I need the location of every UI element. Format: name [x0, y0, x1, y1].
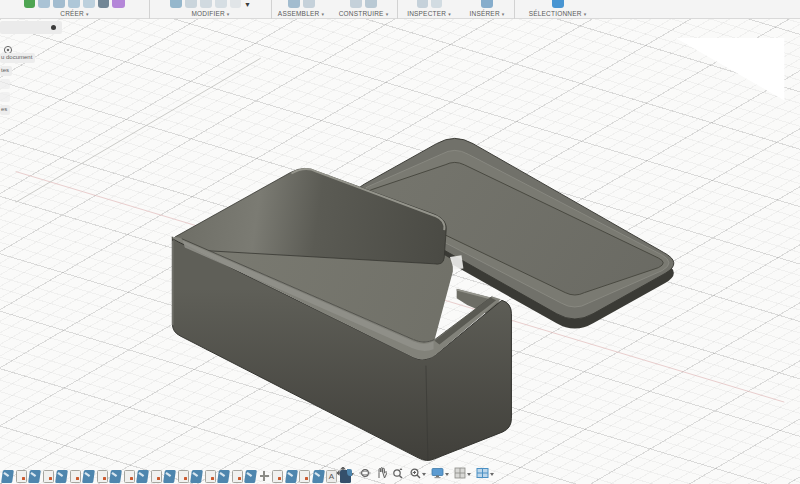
grid-settings-button[interactable] [453, 464, 472, 484]
tool-icon[interactable] [481, 0, 493, 8]
timeline-feature-icon[interactable] [43, 470, 54, 483]
toolbar-group-label[interactable]: CRÉER ▾ [60, 9, 88, 19]
browser-tree-item[interactable] [0, 79, 10, 89]
chevron-down-icon: ▾ [448, 11, 451, 17]
chevron-down-icon[interactable] [490, 473, 494, 476]
toolbar-group-label[interactable]: SÉLECTIONNER ▾ [529, 9, 587, 19]
toolbar-group-icons [330, 0, 397, 9]
timeline-sketch-icon[interactable] [285, 470, 298, 483]
toolbar-group-construire[interactable]: CONSTRUIRE ▾ [330, 0, 398, 19]
tool-icon[interactable] [350, 0, 362, 8]
chevron-down-icon: ▾ [227, 11, 230, 17]
pan-hand-button[interactable] [375, 464, 388, 484]
tool-icon[interactable] [230, 0, 241, 8]
document-settings-icon[interactable] [3, 41, 13, 51]
timeline-sketch-icon[interactable] [109, 470, 122, 483]
timeline-feature-icon[interactable] [124, 470, 135, 483]
timeline-move-icon[interactable] [259, 470, 270, 483]
timeline-sketch-icon[interactable] [1, 470, 14, 483]
zoom-icon [392, 465, 404, 483]
dropdown-arrow-icon[interactable]: ▼ [244, 0, 251, 9]
toolbar-group-assembler[interactable]: ASSEMBLER ▾ [272, 0, 330, 19]
fit-icon [409, 465, 421, 483]
display-settings-button[interactable] [430, 464, 450, 484]
timeline-feature-icon[interactable] [232, 470, 243, 483]
tool-icon[interactable] [38, 0, 50, 8]
timeline-feature-icon[interactable] [272, 470, 283, 483]
model-scene[interactable] [0, 38, 800, 484]
tool-icon[interactable] [215, 0, 227, 8]
timeline-sketch-icon[interactable] [190, 470, 203, 483]
tool-icon[interactable] [200, 0, 212, 8]
timeline-sketch-icon[interactable] [82, 470, 95, 483]
tool-icon[interactable] [170, 0, 182, 8]
chevron-down-icon: ▾ [502, 11, 505, 17]
chevron-down-icon: ▾ [86, 11, 89, 17]
tool-icon[interactable] [98, 0, 109, 8]
tool-icon[interactable] [185, 0, 197, 8]
timeline-feature-icon[interactable] [299, 470, 310, 483]
chevron-down-icon: ▾ [321, 11, 324, 17]
zoom-button[interactable] [391, 464, 405, 484]
tool-icon[interactable] [288, 0, 300, 8]
toolbar-group-selectionner[interactable]: SÉLECTIONNER ▾ [515, 0, 600, 19]
toolbar-group-icons [0, 0, 149, 9]
chevron-down-icon[interactable] [422, 473, 426, 476]
search-clear-icon[interactable] [51, 25, 56, 30]
tool-icon[interactable] [53, 0, 65, 8]
toolbar-group-label[interactable]: MODIFIER ▾ [191, 9, 229, 19]
tool-icon[interactable] [552, 0, 564, 8]
timeline-sketch-icon[interactable] [55, 470, 68, 483]
toolbar-group-inspecter[interactable]: INSPECTER ▾ [398, 0, 460, 19]
timeline-feature-icon[interactable] [151, 470, 162, 483]
chevron-down-icon[interactable] [467, 473, 471, 476]
timeline-text-icon[interactable]: A [326, 470, 337, 483]
toolbar-group-modifier[interactable]: ▼MODIFIER ▾ [150, 0, 272, 19]
toolbar-group-label[interactable]: INSPECTER ▾ [407, 9, 451, 19]
timeline-feature-icon[interactable] [205, 470, 216, 483]
timeline-feature-icon[interactable] [16, 470, 27, 483]
toolbar-group-creer[interactable]: CRÉER ▾ [0, 0, 150, 19]
display-settings-icon [431, 465, 444, 483]
browser-search-bar[interactable] [0, 21, 62, 34]
browser-tree-item[interactable] [0, 92, 10, 102]
timeline-sketch-icon[interactable] [244, 470, 257, 483]
viewports-icon [476, 465, 489, 483]
pan-hand-icon [376, 465, 387, 483]
tool-icon[interactable] [112, 0, 125, 8]
timeline-sketch-icon[interactable] [312, 470, 325, 483]
tool-icon[interactable] [68, 0, 80, 8]
toolbar-group-icons [515, 0, 600, 9]
timeline-sketch-icon[interactable] [28, 470, 41, 483]
fit-button[interactable] [408, 464, 427, 484]
toolbar-group-label[interactable]: CONSTRUIRE ▾ [339, 9, 389, 19]
timeline-feature-icon[interactable] [97, 470, 108, 483]
tool-icon[interactable] [417, 0, 428, 8]
grid-boundary-white [676, 38, 785, 100]
toolbar-group-icons [460, 0, 514, 9]
toolbar-group-inserer[interactable]: INSÉRER ▾ [460, 0, 515, 19]
toolbar-group-label[interactable]: INSÉRER ▾ [469, 9, 504, 19]
timeline-sketch-icon[interactable] [163, 470, 176, 483]
timeline-feature-icon[interactable] [178, 470, 189, 483]
browser-tree-item[interactable]: tes [0, 66, 12, 76]
chevron-down-icon[interactable] [445, 473, 449, 476]
browser-panel: u documentteses [0, 21, 90, 115]
browser-tree-item[interactable]: u document [0, 53, 35, 63]
tool-icon[interactable] [431, 0, 442, 8]
timeline-feature-icon[interactable] [70, 470, 81, 483]
grid-settings-icon [454, 465, 466, 483]
toolbar-empty-space [600, 0, 800, 18]
timeline-fillet-icon[interactable] [340, 470, 351, 483]
orbit-button[interactable] [358, 464, 372, 484]
timeline-sketch-icon[interactable] [136, 470, 149, 483]
viewport-canvas[interactable] [0, 19, 800, 484]
viewports-button[interactable] [475, 464, 495, 484]
timeline-sketch-icon[interactable] [217, 470, 230, 483]
toolbar-group-label[interactable]: ASSEMBLER ▾ [278, 9, 324, 19]
tool-icon[interactable] [365, 0, 377, 8]
tool-icon[interactable] [83, 0, 95, 8]
browser-tree-item[interactable]: es [0, 105, 10, 115]
tool-icon[interactable] [24, 0, 35, 8]
tool-icon[interactable] [303, 0, 315, 8]
